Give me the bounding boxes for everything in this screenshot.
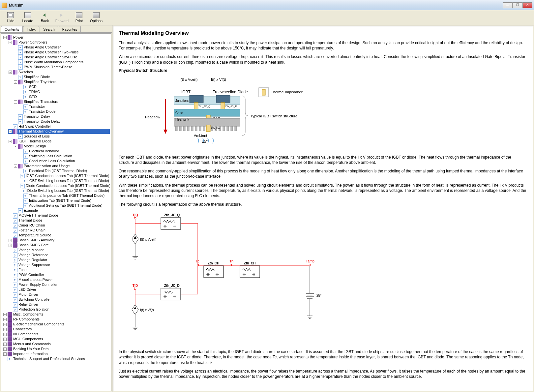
tree-item[interactable]: TRIAC <box>18 89 110 94</box>
tree-item[interactable]: PWM Sinusoidal Three-Phase <box>13 65 110 70</box>
tree-item[interactable]: Protection Isolation <box>8 307 110 312</box>
tree-item[interactable]: Relay Driver <box>8 302 110 307</box>
tree-item[interactable]: Technical Support and Professional Servi… <box>3 356 110 361</box>
tree-item[interactable]: Electrical Behavior <box>18 149 110 154</box>
print-button[interactable]: Print <box>71 12 87 23</box>
tree-item[interactable]: +Connectors <box>3 327 110 332</box>
page-icon <box>18 75 23 79</box>
window-title: Multisim <box>9 3 503 8</box>
tree-item[interactable]: +Basso SMPS Auxiliary <box>8 238 110 243</box>
tree-item[interactable]: Power Supply Controller <box>8 282 110 287</box>
page-icon <box>13 273 17 277</box>
tree-item[interactable]: Diode Conduction Losses Tab (IGBT Therma… <box>18 183 110 188</box>
tab-contents[interactable]: Contents <box>1 26 23 32</box>
content-pane[interactable]: Thermal Modeling Overview Thermal analys… <box>113 26 533 391</box>
tree-item[interactable]: Cauer RC Chain <box>8 223 110 228</box>
tree-item[interactable]: Phase Angle Controller Two-Pulse <box>13 50 110 55</box>
book-icon <box>8 347 12 351</box>
tree-item[interactable]: +Important Information <box>3 351 110 356</box>
app-icon <box>2 3 7 8</box>
svg-text:I(t) x Vf(t): I(t) x Vf(t) <box>140 308 154 312</box>
tree-item-selected[interactable]: −Thermal Modeling Overview <box>8 129 110 134</box>
tab-favorites[interactable]: Favorites <box>59 26 81 32</box>
tree-item[interactable]: Transistor Diode Delay <box>13 119 110 124</box>
tree-item[interactable]: Switching Loss Calculation <box>18 154 110 159</box>
tree-item[interactable]: −Model Design <box>13 144 110 149</box>
tab-search[interactable]: Search <box>40 26 58 32</box>
tree-item[interactable]: +RF Components <box>3 317 110 322</box>
minimize-button[interactable]: — <box>503 2 513 8</box>
tree-item[interactable]: Simplified Diode <box>13 75 110 79</box>
tree-item[interactable]: IGBT Switching Losses Tab (IGBT Thermal … <box>18 178 110 183</box>
tree-item[interactable]: +Basso SMPS Core <box>8 243 110 248</box>
tree-item[interactable]: Initialization Tab (IGBT Thermal Diode) <box>18 198 110 203</box>
tree-item[interactable]: Hot Swap Controller <box>8 124 110 129</box>
tab-index[interactable]: Index <box>23 26 39 32</box>
close-button[interactable]: ✕ <box>522 2 532 8</box>
tree-item[interactable]: Voltage Reference <box>8 253 110 257</box>
tree-item[interactable]: +Menus and Commands <box>3 342 110 347</box>
tree-item[interactable]: Diode Switching Losses Tab (IGBT Thermal… <box>18 188 110 193</box>
page-icon <box>22 189 26 193</box>
tree-item[interactable]: −IGBT Thermal Diode <box>8 139 110 144</box>
page-icon <box>13 213 17 218</box>
svg-rect-35 <box>223 126 225 131</box>
tree-item[interactable]: Voltage Monitor <box>8 248 110 253</box>
tree-item[interactable]: Switching Controller <box>8 297 110 302</box>
page-icon <box>18 119 23 124</box>
tree-item[interactable]: Miscellaneous Power <box>8 277 110 282</box>
book-icon <box>8 352 12 356</box>
paragraph: With these simplifications, the thermal … <box>119 183 527 199</box>
tree-item[interactable]: Example <box>13 208 110 213</box>
page-icon <box>18 50 23 55</box>
tree-item[interactable]: Phase Angle Controller <box>13 45 110 50</box>
tree-item[interactable]: Thermal Impedance Tab (IGBT Thermal Diod… <box>18 193 110 198</box>
tree-item[interactable]: −Simplified Transistors <box>13 99 110 104</box>
page-icon <box>18 45 23 50</box>
tree-item[interactable]: Motor Driver <box>8 292 110 297</box>
tree-item[interactable]: +Misc. Components <box>3 312 110 317</box>
hide-button[interactable]: Hide <box>2 12 19 23</box>
svg-text:Typical  IGBT switch structure: Typical IGBT switch structure <box>251 114 297 118</box>
tree-item[interactable]: Foster RC Chain <box>8 228 110 233</box>
maximize-button[interactable]: ☐ <box>513 2 522 8</box>
tree-item[interactable]: Transistor <box>18 104 110 109</box>
svg-rect-37 <box>231 126 233 131</box>
tree-item[interactable]: SCR <box>18 84 110 89</box>
tree-item[interactable]: Pulse Width Modulation Components <box>13 60 110 65</box>
page-icon <box>18 114 23 119</box>
tree-item[interactable]: +NI Components <box>3 332 110 337</box>
tree-item[interactable]: −Simplified Thyristors <box>13 79 110 84</box>
tree-item[interactable]: GTO <box>18 94 110 99</box>
tree-item[interactable]: −Switches <box>8 70 110 75</box>
paragraph: When a semiconductor conducts current, t… <box>119 54 527 65</box>
page-icon <box>13 228 17 233</box>
tree-item[interactable]: Fuse <box>8 267 110 272</box>
back-button[interactable]: Back <box>37 12 53 23</box>
tree-item[interactable]: +Backing Up Your Data <box>3 347 110 351</box>
tree-item[interactable]: Temperature Source <box>8 233 110 238</box>
tree-item[interactable]: Conduction Loss Calculation <box>18 159 110 164</box>
tree-item[interactable]: Phase Angle Controller Six-Pulse <box>13 55 110 60</box>
tree-item[interactable]: −Power Controllers <box>8 40 110 45</box>
tree-item[interactable]: Voltage Suppressor <box>8 262 110 267</box>
tree-item[interactable]: +Electromechanical Components <box>3 322 110 327</box>
locate-button[interactable]: Locate <box>19 12 36 23</box>
tree-item[interactable]: −Power <box>3 35 110 40</box>
tree-item[interactable]: +MCU Components <box>3 337 110 342</box>
tree-item[interactable]: −Parameterization and Usage <box>13 164 110 168</box>
book-open-icon <box>18 164 23 168</box>
tree-item[interactable]: Sources of Loss <box>13 134 110 139</box>
tree-item[interactable]: Thermal Diode <box>8 218 110 223</box>
tree-item[interactable]: Additional Settings Tab (IGBT Thermal Di… <box>18 203 110 208</box>
tree-item[interactable]: MOSFET Thermal Diode <box>8 213 110 218</box>
tree-item[interactable]: Transistor Delay <box>13 114 110 119</box>
tree-item[interactable]: PWM Controller <box>8 272 110 277</box>
tree-item[interactable]: LED Driver <box>8 287 110 292</box>
tree-item[interactable]: Transistor Diode <box>18 109 110 114</box>
tree-item[interactable]: Voltage Regulator <box>8 257 110 262</box>
tree-view[interactable]: −Power −Power Controllers Phase Angle Co… <box>1 33 111 391</box>
options-button[interactable]: Options <box>88 12 104 23</box>
tree-item[interactable]: Electrical Tab (IGBT Thermal Diode) <box>18 168 110 173</box>
tree-item[interactable]: IGBT Conduction Losses Tab (IGBT Thermal… <box>18 173 110 178</box>
